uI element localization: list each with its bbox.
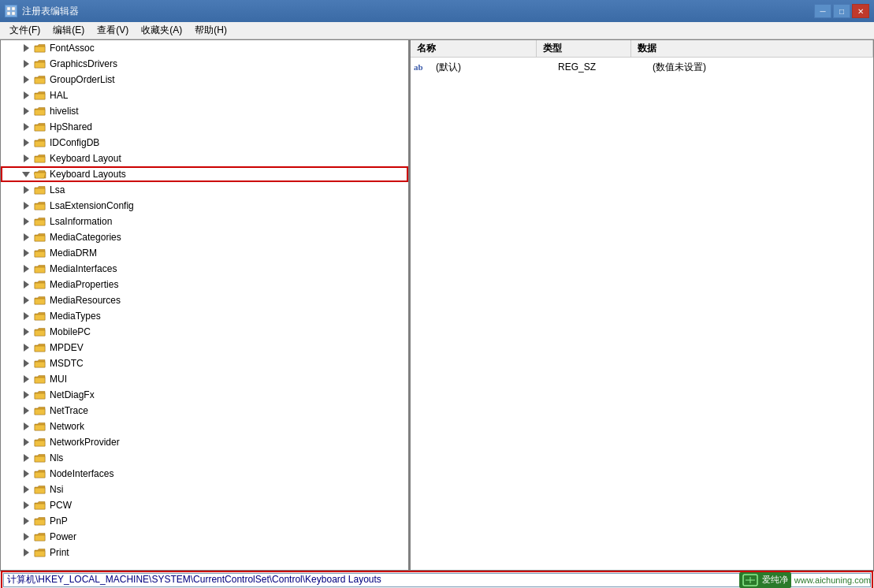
tree-label: IDConfigDB xyxy=(50,137,99,148)
tree-expander[interactable] xyxy=(20,199,32,212)
tree-scroll[interactable]: FontAssoc GraphicsDrivers GroupOrderList… xyxy=(1,40,408,570)
tree-item[interactable]: LsaInformation xyxy=(1,214,408,229)
main-container: FontAssoc GraphicsDrivers GroupOrderList… xyxy=(0,39,874,571)
tree-label: Power xyxy=(50,531,76,542)
tree-item[interactable]: MediaDRM xyxy=(1,245,408,261)
tree-expander[interactable] xyxy=(20,152,32,165)
tree-item[interactable]: MPDEV xyxy=(1,340,408,355)
tree-expander[interactable] xyxy=(20,105,32,117)
tree-expander[interactable] xyxy=(20,357,32,370)
tree-expander[interactable] xyxy=(20,58,32,70)
folder-icon xyxy=(34,75,46,85)
tree-item[interactable]: PCW xyxy=(1,497,408,513)
svg-rect-16 xyxy=(35,251,45,257)
tree-expander[interactable] xyxy=(20,168,32,180)
tree-label: FontAssoc xyxy=(50,43,95,54)
tree-expander[interactable] xyxy=(20,546,32,559)
menu-item-H[interactable]: 帮助(H) xyxy=(188,22,233,39)
tree-expander[interactable] xyxy=(20,436,32,448)
tree-item[interactable]: PnP xyxy=(1,513,408,529)
tree-expander[interactable] xyxy=(20,515,32,527)
tree-item[interactable]: NetworkProvider xyxy=(1,434,408,450)
tree-expander[interactable] xyxy=(20,420,32,433)
tree-expander[interactable] xyxy=(20,326,32,338)
tree-pane: FontAssoc GraphicsDrivers GroupOrderList… xyxy=(1,40,411,570)
tree-expander[interactable] xyxy=(20,247,32,259)
registry-row[interactable]: ab(默认)REG_SZ(数值未设置) xyxy=(411,59,873,75)
tree-expander[interactable] xyxy=(20,231,32,244)
tree-item[interactable]: FontAssoc xyxy=(1,40,408,56)
header-cell-1: 类型 xyxy=(537,40,631,57)
tree-item[interactable]: GroupOrderList xyxy=(1,72,408,87)
tree-item[interactable]: Lsa xyxy=(1,182,408,198)
tree-item[interactable]: MUI xyxy=(1,371,408,387)
tree-expander[interactable] xyxy=(20,73,32,86)
menu-item-A[interactable]: 收藏夹(A) xyxy=(135,22,188,39)
tree-item[interactable]: MediaProperties xyxy=(1,277,408,292)
tree-expander[interactable] xyxy=(20,389,32,401)
tree-label: PnP xyxy=(50,515,68,527)
tree-expander[interactable] xyxy=(20,310,32,322)
svg-rect-33 xyxy=(35,519,45,525)
tree-item[interactable]: LsaExtensionConfig xyxy=(1,198,408,214)
title-bar-left: 注册表编辑器 xyxy=(5,5,79,18)
registry-values: ab(默认)REG_SZ(数值未设置) xyxy=(411,58,873,76)
tree-expander[interactable] xyxy=(20,530,32,543)
tree-expander[interactable] xyxy=(20,136,32,149)
folder-icon xyxy=(34,43,46,54)
tree-item[interactable]: MSDTC xyxy=(1,355,408,371)
minimize-button[interactable]: ─ xyxy=(814,4,831,18)
close-button[interactable]: ✕ xyxy=(852,4,869,18)
tree-item[interactable]: MediaResources xyxy=(1,292,408,308)
folder-icon xyxy=(34,343,46,353)
tree-item[interactable]: Network xyxy=(1,419,408,434)
tree-item[interactable]: NodeInterfaces xyxy=(1,466,408,482)
tree-item[interactable]: Nls xyxy=(1,450,408,466)
restore-button[interactable]: □ xyxy=(833,4,850,18)
tree-expander[interactable] xyxy=(20,467,32,480)
tree-item[interactable]: NetDiagFx xyxy=(1,387,408,403)
tree-expander[interactable] xyxy=(20,121,32,133)
tree-expander[interactable] xyxy=(20,278,32,291)
tree-item[interactable]: hivelist xyxy=(1,103,408,119)
tree-item[interactable]: Nsi xyxy=(1,482,408,497)
folder-icon xyxy=(34,264,46,274)
tree-item[interactable]: MediaTypes xyxy=(1,308,408,324)
tree-expander[interactable] xyxy=(20,42,32,54)
tree-expander[interactable] xyxy=(20,483,32,496)
tree-item[interactable]: MediaInterfaces xyxy=(1,261,408,277)
menu-item-F[interactable]: 文件(F) xyxy=(3,22,46,39)
tree-expander[interactable] xyxy=(20,294,32,307)
tree-expander[interactable] xyxy=(20,373,32,385)
tree-item[interactable]: HpShared xyxy=(1,119,408,135)
svg-rect-25 xyxy=(35,393,45,399)
tree-item[interactable]: MobilePC xyxy=(1,324,408,340)
menu-item-E[interactable]: 编辑(E) xyxy=(46,22,91,39)
tree-item[interactable]: IDConfigDB xyxy=(1,135,408,151)
tree-item[interactable]: MediaCategories xyxy=(1,229,408,245)
tree-label: MediaProperties xyxy=(50,279,118,290)
folder-icon xyxy=(34,453,46,463)
tree-expander[interactable] xyxy=(20,184,32,196)
tree-item[interactable]: Keyboard Layout xyxy=(1,151,408,166)
folder-icon xyxy=(34,217,46,227)
tree-item[interactable]: Keyboard Layouts xyxy=(1,166,408,182)
tree-expander[interactable] xyxy=(20,452,32,464)
svg-rect-0 xyxy=(7,7,10,10)
tree-expander[interactable] xyxy=(20,215,32,228)
folder-icon xyxy=(34,359,46,369)
tree-expander[interactable] xyxy=(20,341,32,354)
tree-expander[interactable] xyxy=(20,262,32,275)
tree-expander[interactable] xyxy=(20,89,32,102)
folder-icon xyxy=(34,311,46,322)
tree-item[interactable]: Print xyxy=(1,545,408,560)
tree-expander[interactable] xyxy=(20,404,32,417)
tree-item[interactable]: HAL xyxy=(1,87,408,103)
tree-item[interactable]: Power xyxy=(1,529,408,545)
tree-item[interactable]: GraphicsDrivers xyxy=(1,56,408,72)
window-controls: ─ □ ✕ xyxy=(814,4,869,18)
tree-label: MUI xyxy=(50,374,67,385)
tree-item[interactable]: NetTrace xyxy=(1,403,408,419)
menu-item-V[interactable]: 查看(V) xyxy=(91,22,135,39)
tree-expander[interactable] xyxy=(20,499,32,512)
